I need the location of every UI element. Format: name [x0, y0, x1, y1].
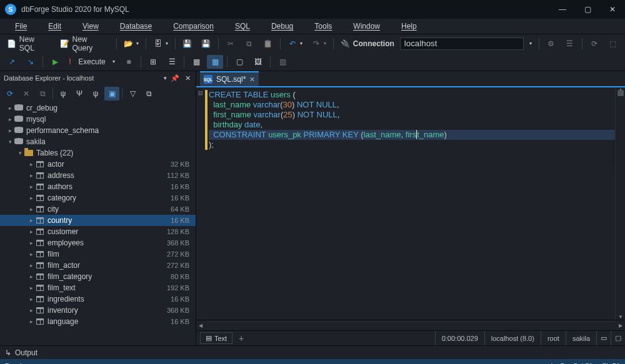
- menu-tools[interactable]: Tools: [304, 20, 342, 32]
- cut-icon: ✂: [226, 39, 236, 49]
- run-button[interactable]: ▶: [47, 55, 63, 69]
- tree-row[interactable]: ▸cr_debug: [0, 102, 196, 114]
- paste-icon: 📋: [263, 39, 273, 49]
- tree-row[interactable]: ▸inventory368 KB: [0, 305, 196, 316]
- editor-tab[interactable]: SQL SQL.sql* ✕: [200, 71, 259, 86]
- tree-row[interactable]: ▸authors16 KB: [0, 181, 196, 192]
- text-view-tab[interactable]: ▤Text: [200, 332, 232, 344]
- stop-button[interactable]: ■: [121, 55, 137, 69]
- sql-toolbar: ↗ ↘ ▶ ! Execute ▾ ■ ⊞ ☰ ▦ ▦ ▢ 🖼 ▥: [0, 52, 625, 71]
- db-dropdown-button[interactable]: 🗄▾: [150, 37, 171, 51]
- folder-open-icon: 📂: [124, 39, 134, 49]
- close-button[interactable]: ✕: [600, 0, 625, 19]
- disconnect-button[interactable]: ✕: [19, 87, 34, 101]
- x-icon: ✕: [21, 89, 31, 99]
- tree-row[interactable]: ▸employees368 KB: [0, 237, 196, 248]
- minimize-button[interactable]: —: [550, 0, 575, 19]
- connection-dropdown[interactable]: ▾: [526, 37, 535, 51]
- tab-close-icon[interactable]: ✕: [249, 76, 255, 84]
- tb2-d[interactable]: ▦: [207, 55, 223, 69]
- new-sql-button[interactable]: 📄New SQL: [4, 37, 54, 51]
- title-bar: S dbForge Studio 2020 for MySQL — ▢ ✕: [0, 0, 625, 19]
- tree-row[interactable]: ▸film_category80 KB: [0, 271, 196, 282]
- toolbar-icon-d[interactable]: ⬚: [605, 37, 621, 51]
- view-toggle-b[interactable]: ▢: [611, 331, 625, 345]
- tree-row[interactable]: ▸performance_schema: [0, 125, 196, 136]
- toolbar-icon-a[interactable]: ⚙: [543, 37, 559, 51]
- tree-row[interactable]: ▸film_text192 KB: [0, 282, 196, 293]
- refresh-button[interactable]: ⟳: [2, 87, 18, 101]
- panel-dropdown-icon[interactable]: ▾: [164, 75, 167, 81]
- tb2-c[interactable]: ▦: [188, 55, 204, 69]
- undo-button[interactable]: ↶▾: [284, 37, 306, 51]
- query-icon: 📝: [60, 39, 70, 49]
- panel-title: Database Explorer - localhost: [4, 74, 94, 82]
- filter-c-button[interactable]: ψ: [88, 87, 103, 101]
- output-panel-header[interactable]: ↳ Output: [0, 345, 625, 359]
- code-editor[interactable]: CREATE TABLE users ( last_name varchar(3…: [205, 87, 615, 320]
- menu-edit[interactable]: Edit: [38, 20, 71, 32]
- paste-button[interactable]: 📋: [260, 37, 276, 51]
- funnel-button[interactable]: ▽: [125, 87, 140, 101]
- host-cell: localhost (8.0): [484, 331, 541, 345]
- cut-button[interactable]: ✂: [222, 37, 239, 51]
- tree-row[interactable]: ▸mysql: [0, 114, 196, 125]
- menu-window[interactable]: Window: [343, 20, 390, 32]
- tree-row[interactable]: ▸customer128 KB: [0, 226, 196, 237]
- tree-row[interactable]: ▾sakila: [0, 136, 196, 147]
- execute-button[interactable]: ! Execute ▾: [66, 55, 118, 69]
- vertical-scrollbar[interactable]: ▲ ▼: [615, 87, 625, 320]
- connection-button[interactable]: 🔌Connection: [338, 37, 398, 51]
- filter-b-button[interactable]: Ψ: [72, 87, 87, 101]
- tree-row[interactable]: ▸city64 KB: [0, 204, 196, 215]
- tree-row[interactable]: ▸film272 KB: [0, 248, 196, 260]
- tree-row[interactable]: ▸language16 KB: [0, 316, 196, 327]
- redo-icon: ↷: [311, 39, 321, 49]
- toolbar-icon-c[interactable]: ⟳: [586, 37, 602, 51]
- horizontal-scrollbar[interactable]: ◀ ▶: [196, 320, 625, 330]
- tb2-g[interactable]: ▥: [274, 55, 291, 69]
- pin-icon[interactable]: 📌: [171, 74, 179, 82]
- menu-comparison[interactable]: Comparison: [163, 20, 224, 32]
- tb2-e[interactable]: ▢: [231, 55, 248, 69]
- menu-sql[interactable]: SQL: [225, 20, 260, 32]
- user-cell: root: [541, 331, 566, 345]
- menu-debug[interactable]: Debug: [261, 20, 303, 32]
- undo-icon: ↶: [288, 39, 298, 49]
- menu-database[interactable]: Database: [110, 20, 162, 32]
- tree-row[interactable]: ▸actor32 KB: [0, 159, 196, 170]
- output-icon: ↳: [5, 348, 11, 357]
- menu-file[interactable]: File: [5, 20, 37, 32]
- save-all-button[interactable]: 💾: [198, 37, 214, 51]
- new-query-button[interactable]: 📝New Query: [57, 37, 112, 51]
- tb2-a[interactable]: ⊞: [145, 55, 161, 69]
- copy-button[interactable]: ⧉: [241, 37, 258, 51]
- tree-row[interactable]: ▾Tables (22): [0, 147, 196, 159]
- tb2-b[interactable]: ☰: [164, 55, 180, 69]
- tree-row[interactable]: ▸film_actor272 KB: [0, 260, 196, 271]
- tree-row[interactable]: ▸category16 KB: [0, 192, 196, 204]
- explorer-tree[interactable]: ▸cr_debug▸mysql▸performance_schema▾sakil…: [0, 102, 196, 345]
- connection-input[interactable]: [400, 37, 524, 50]
- redo-button[interactable]: ↷▾: [308, 37, 329, 51]
- step-in-button[interactable]: ↘: [22, 55, 39, 69]
- maximize-button[interactable]: ▢: [575, 0, 600, 19]
- menu-view[interactable]: View: [72, 20, 109, 32]
- tb2-f[interactable]: 🖼: [250, 55, 266, 69]
- open-button[interactable]: 📂▾: [121, 37, 142, 51]
- add-view-button[interactable]: +: [235, 333, 248, 344]
- toolbar-icon-b[interactable]: ☰: [562, 37, 578, 51]
- menu-help[interactable]: Help: [391, 20, 427, 32]
- filter-a-button[interactable]: ψ: [56, 87, 71, 101]
- copy-obj-button[interactable]: ⧉: [35, 87, 50, 101]
- tree-row[interactable]: ▸ingredients16 KB: [0, 293, 196, 305]
- tree-row[interactable]: ▸country16 KB: [0, 215, 196, 226]
- panel-close-icon[interactable]: ✕: [183, 74, 192, 82]
- tree-row[interactable]: ▸address112 KB: [0, 170, 196, 181]
- save-button[interactable]: 💾: [179, 37, 196, 51]
- view-toggle-a[interactable]: ▭: [596, 331, 611, 345]
- step-out-button[interactable]: ↗: [4, 55, 20, 69]
- app-logo: S: [5, 4, 16, 15]
- filter-d-button[interactable]: ▣: [104, 87, 119, 101]
- obj-button[interactable]: ⧉: [141, 87, 156, 101]
